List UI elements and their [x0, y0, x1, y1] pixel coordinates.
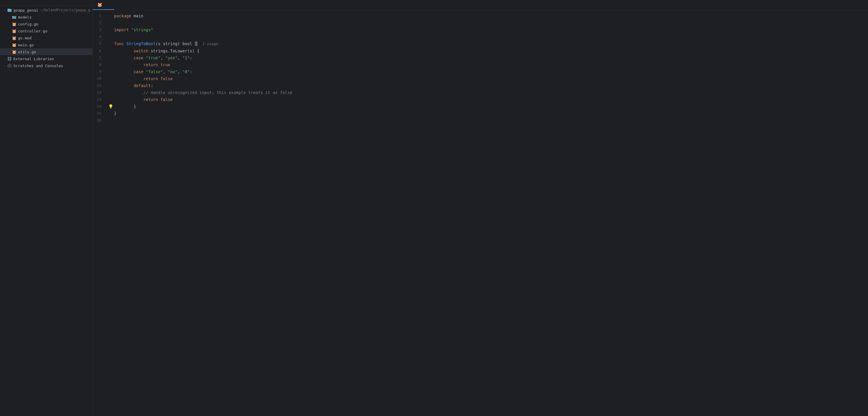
code-line-15: 15} [93, 110, 868, 117]
code-token: "yes" [165, 56, 178, 60]
code-token: return [143, 63, 158, 67]
code-token: false [160, 97, 173, 102]
line-content-2[interactable] [114, 20, 868, 26]
sidebar-item-external_libraries[interactable]: ›External Libraries [0, 55, 92, 62]
code-line-16: 16 [93, 117, 868, 124]
expand-arrow-config_go[interactable] [7, 22, 11, 26]
sidebar-item-main_go[interactable]: 🐹main.go [0, 41, 92, 48]
sidebar-item-scratches_consoles[interactable]: ›Scratches and Consoles [0, 62, 92, 69]
line-number: 14 [93, 103, 107, 110]
code-token: , [178, 69, 182, 74]
line-content-1[interactable]: package main [114, 12, 868, 20]
expand-arrow-controller_go[interactable] [7, 29, 11, 33]
line-content-15[interactable]: } [114, 110, 868, 117]
code-token: main [131, 13, 143, 18]
sidebar-item-label-utils_go: utils.go [18, 50, 36, 54]
code-token: { [194, 41, 197, 46]
code-token: true [160, 63, 170, 67]
lightbulb-icon[interactable]: 💡 [108, 103, 113, 110]
sidebar-header[interactable] [0, 0, 92, 5]
line-number: 10 [93, 75, 107, 82]
code-token [160, 41, 163, 46]
line-number: 1 [93, 12, 107, 20]
code-token: bool [182, 41, 192, 46]
line-content-3[interactable]: import "strings" [114, 26, 868, 33]
code-token: : [190, 56, 192, 60]
code-token: "strings" [131, 28, 153, 32]
code-token [158, 97, 160, 102]
expand-arrow-external_libraries[interactable]: › [2, 57, 7, 61]
line-content-8[interactable]: return true [114, 61, 868, 68]
code-token: s [158, 41, 160, 46]
code-token: case [133, 69, 143, 74]
line-content-6[interactable]: switch strings.ToLower(s) { [114, 47, 868, 55]
line-content-14[interactable]: } [114, 103, 868, 110]
code-token: } [114, 111, 116, 116]
sidebar-item-config_go[interactable]: 🐹config.go [0, 21, 92, 28]
code-token: case [133, 56, 143, 60]
folder-icon [11, 14, 17, 20]
expand-arrow-scratches_consoles[interactable]: › [2, 63, 7, 68]
code-token [158, 76, 160, 81]
sidebar-item-label-controller_go: controller.go [18, 29, 48, 33]
code-token: false [160, 76, 173, 81]
sidebar-item-label-models: models [18, 15, 32, 20]
code-editor[interactable]: 1package main2 3import "strings"4 5func … [93, 10, 868, 416]
editor-container: 🐹 1package main2 3import "strings"4 5fun… [93, 0, 868, 416]
code-token: , [163, 69, 168, 74]
go-file-icon: 🐹 [11, 35, 17, 40]
code-line-3: 3import "strings" [93, 26, 868, 33]
expand-arrow-models[interactable]: › [7, 15, 11, 20]
line-content-5[interactable]: func StringToBool(s string) bool { 1 usa… [114, 40, 868, 47]
code-token [124, 41, 126, 46]
line-content-9[interactable]: case "false", "no", "0": [114, 68, 868, 75]
svg-rect-7 [10, 59, 11, 61]
code-token: return [143, 97, 158, 102]
expand-arrow-utils_go[interactable] [7, 49, 11, 54]
line-content-12[interactable]: // Handle unrecognized input; this examp… [114, 89, 868, 96]
sidebar-item-go_mod[interactable]: ›🐹go.mod [0, 34, 92, 41]
expand-arrow-go_mod[interactable]: › [7, 36, 11, 40]
go-file-icon: 🐹 [11, 22, 17, 27]
tab-utils-go[interactable]: 🐹 [93, 0, 114, 10]
code-token [114, 56, 133, 60]
line-content-16[interactable] [114, 117, 868, 124]
svg-rect-1 [7, 9, 9, 9]
sidebar-item-goapp_genai[interactable]: ▾goapp_genai~/GolandProjects/goapp_g... [0, 7, 92, 13]
line-number: 4 [93, 33, 107, 40]
go-file-icon: 🐹 [97, 2, 102, 7]
line-content-11[interactable]: default: [114, 82, 868, 89]
project-path: ~/GolandProjects/goapp_g... [40, 8, 92, 12]
code-token: : [190, 69, 192, 74]
go-file-icon: 🐹 [11, 49, 17, 55]
sidebar-item-label-goapp_genai: goapp_genai [13, 8, 38, 12]
sidebar-item-models[interactable]: ›models [0, 13, 92, 21]
sidebar-item-controller_go[interactable]: 🐹controller.go [0, 28, 92, 34]
tab-close-button[interactable] [106, 3, 110, 7]
line-number: 3 [93, 26, 107, 33]
code-token [114, 76, 143, 81]
line-content-10[interactable]: return false [114, 75, 868, 82]
line-content-13[interactable]: return false [114, 96, 868, 103]
app-container: ▾goapp_genai~/GolandProjects/goapp_g...›… [0, 0, 868, 416]
line-content-7[interactable]: case "true", "yes", "1": [114, 55, 868, 61]
line-content-4[interactable] [114, 33, 868, 40]
line-number: 13 [93, 96, 107, 103]
sidebar-item-utils_go[interactable]: 🐹utils.go [0, 48, 92, 55]
svg-rect-4 [8, 57, 9, 59]
code-token: string [163, 41, 178, 46]
code-line-5: 5func StringToBool(s string) bool { 1 us… [93, 40, 868, 47]
code-token: : [151, 83, 153, 88]
line-number: 7 [93, 55, 107, 61]
line-gutter-14[interactable]: 💡 [107, 103, 114, 110]
code-line-12: 12 // Handle unrecognized input; this ex… [93, 89, 868, 96]
code-token: switch [133, 48, 148, 53]
code-token: ( [155, 41, 158, 46]
sidebar-tree: ▾goapp_genai~/GolandProjects/goapp_g...›… [0, 5, 92, 416]
code-token: // Handle unrecognized input; this examp… [143, 90, 292, 95]
expand-arrow-main_go[interactable] [7, 42, 11, 47]
code-token: , [160, 56, 165, 60]
code-token: strings.ToLower(s) { [148, 48, 199, 53]
expand-arrow-goapp_genai[interactable]: ▾ [2, 8, 7, 12]
code-token [114, 97, 143, 102]
